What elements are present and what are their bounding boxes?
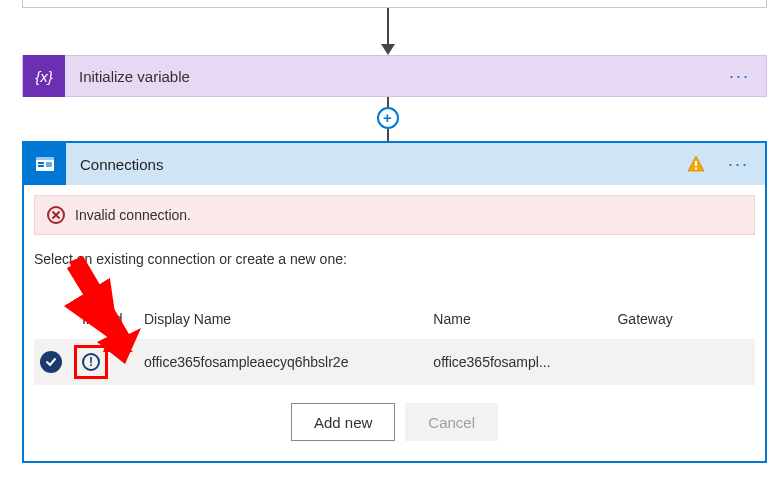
svg-rect-6 — [695, 168, 697, 170]
cancel-button: Cancel — [405, 403, 498, 441]
more-menu-button[interactable]: ··· — [712, 154, 765, 175]
table-row[interactable]: ! office365fosampleaecyq6hbslr2e office3… — [34, 339, 755, 385]
instruction-text: Select an existing connection or create … — [24, 235, 765, 275]
button-row: Add new Cancel — [24, 385, 765, 461]
error-text: Invalid connection. — [75, 207, 191, 223]
warning-icon — [686, 154, 706, 174]
card-title: Connections — [66, 156, 686, 173]
svg-rect-5 — [695, 161, 697, 166]
svg-rect-2 — [38, 162, 44, 164]
col-header-display-name: Display Name — [144, 311, 433, 327]
add-new-button[interactable]: Add new — [291, 403, 395, 441]
table-header: Invalid Display Name Name Gateway — [34, 299, 755, 339]
variable-icon: {x} — [23, 55, 65, 97]
flow-arrow-icon — [381, 8, 395, 55]
more-menu-button[interactable]: ··· — [713, 66, 766, 87]
connector-icon — [24, 143, 66, 185]
cell-name: office365fosampl... — [433, 354, 617, 370]
connections-card: Connections ··· Invalid connection. Sele… — [22, 141, 767, 463]
add-step-connector: + — [377, 97, 399, 141]
previous-step-stub — [22, 0, 767, 8]
initialize-variable-card[interactable]: {x} Initialize variable ··· — [22, 55, 767, 97]
connections-header[interactable]: Connections ··· — [24, 143, 765, 185]
col-header-name: Name — [433, 311, 617, 327]
invalid-icon: ! — [82, 353, 100, 371]
connections-table: Invalid Display Name Name Gateway ! offi… — [24, 299, 765, 385]
col-header-invalid: Invalid — [82, 311, 144, 327]
select-connection-radio[interactable] — [40, 351, 62, 373]
svg-rect-4 — [46, 162, 52, 167]
add-step-button[interactable]: + — [377, 107, 399, 129]
cell-display-name: office365fosampleaecyq6hbslr2e — [144, 354, 433, 370]
card-title: Initialize variable — [65, 68, 713, 85]
svg-rect-1 — [36, 157, 54, 160]
error-banner: Invalid connection. — [34, 195, 755, 235]
svg-rect-3 — [38, 165, 44, 167]
error-icon — [47, 206, 65, 224]
col-header-gateway: Gateway — [617, 311, 749, 327]
